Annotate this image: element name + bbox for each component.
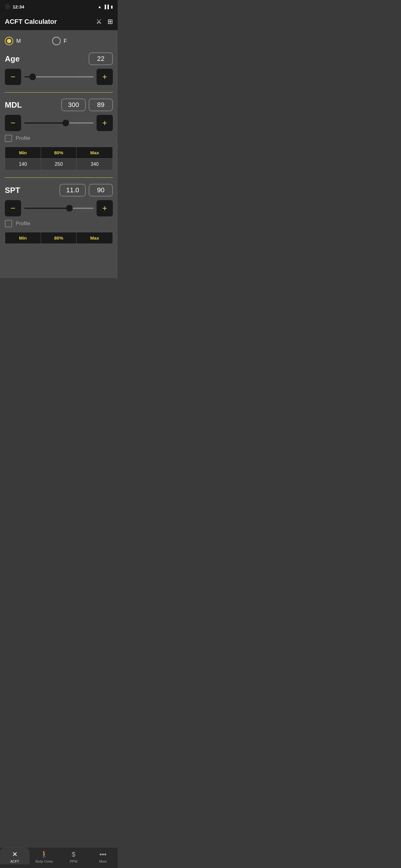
age-minus-button[interactable]: − xyxy=(5,69,21,85)
main-content: M F Age 22 − + MDL 300 89 xyxy=(0,30,118,278)
status-time: 12:34 xyxy=(13,4,24,9)
mdl-header-80: 80% xyxy=(41,147,77,158)
mdl-slider-thumb xyxy=(62,120,69,126)
spt-table-header: Min 80% Max xyxy=(5,232,113,244)
status-dot xyxy=(5,4,10,9)
status-bar: 12:34 ▲ ▐▐ ▮ xyxy=(0,0,118,13)
spt-minus-button[interactable]: − xyxy=(5,200,21,216)
mdl-slider-row: − + xyxy=(5,115,113,131)
tools-icon[interactable]: ⚔ xyxy=(96,18,102,26)
mdl-plus-button[interactable]: + xyxy=(96,115,113,131)
signal-icon: ▐▐ xyxy=(104,4,109,9)
spt-slider-thumb xyxy=(66,205,73,212)
spt-title: SPT xyxy=(5,186,20,195)
spt-header-max: Max xyxy=(77,232,113,244)
app-title: ACFT Calculator xyxy=(5,18,57,26)
mdl-slider[interactable] xyxy=(24,119,93,127)
spt-profile-row: Profile xyxy=(5,220,113,227)
grid-icon[interactable]: ⊞ xyxy=(107,18,113,26)
age-plus-button[interactable]: + xyxy=(96,69,113,85)
mdl-header-max: Max xyxy=(77,147,113,158)
spt-section: SPT 11.0 90 − + Profile Min 80% Max xyxy=(5,184,113,244)
gender-female-label: F xyxy=(64,38,67,44)
mdl-score-badge: 89 xyxy=(89,98,113,111)
battery-icon: ▮ xyxy=(111,4,113,9)
mdl-profile-checkbox[interactable] xyxy=(5,135,12,142)
gender-male-label: M xyxy=(16,38,21,44)
age-slider-row: − + xyxy=(5,69,113,85)
gender-male-radio-inner xyxy=(7,39,11,43)
age-title: Age xyxy=(5,54,20,64)
mdl-value-max: 340 xyxy=(77,158,113,170)
spt-slider-row: − + xyxy=(5,200,113,216)
gender-female-radio[interactable] xyxy=(52,37,61,45)
mdl-profile-row: Profile xyxy=(5,135,113,142)
mdl-center-value: 300 xyxy=(61,98,86,111)
mdl-slider-track xyxy=(24,122,93,124)
age-slider-track xyxy=(24,76,93,78)
mdl-header: MDL 300 89 xyxy=(5,98,113,111)
spt-header-80: 80% xyxy=(41,232,77,244)
mdl-minus-button[interactable]: − xyxy=(5,115,21,131)
mdl-profile-label: Profile xyxy=(16,135,30,141)
spt-plus-button[interactable]: + xyxy=(96,200,113,216)
age-slider-thumb xyxy=(29,73,36,80)
spt-profile-checkbox[interactable] xyxy=(5,220,12,227)
status-icons: ▲ ▐▐ ▮ xyxy=(98,4,113,9)
mdl-header-min: Min xyxy=(5,147,41,158)
spt-score-table: Min 80% Max xyxy=(5,232,113,244)
toolbar: ACFT Calculator ⚔ ⊞ xyxy=(0,13,118,30)
spt-score-badge: 90 xyxy=(89,184,113,196)
gender-female-option[interactable]: F xyxy=(52,37,67,45)
mdl-divider xyxy=(5,178,113,178)
wifi-icon: ▲ xyxy=(98,4,102,9)
age-section: Age 22 − + xyxy=(5,53,113,85)
mdl-section: MDL 300 89 − + Profile Min 80% Max xyxy=(5,98,113,170)
gender-male-option[interactable]: M xyxy=(5,37,21,45)
spt-header: SPT 11.0 90 xyxy=(5,184,113,196)
spt-profile-label: Profile xyxy=(16,221,30,227)
spt-header-min: Min xyxy=(5,232,41,244)
mdl-score-table: Min 80% Max 140 250 340 xyxy=(5,147,113,170)
mdl-value-80: 250 xyxy=(41,158,77,170)
spt-slider-track xyxy=(24,208,93,209)
age-header: Age 22 xyxy=(5,53,113,65)
mdl-value-min: 140 xyxy=(5,158,41,170)
gender-male-radio[interactable] xyxy=(5,37,13,45)
mdl-title: MDL xyxy=(5,100,22,110)
mdl-table-body: 140 250 340 xyxy=(5,158,113,170)
spt-center-value: 11.0 xyxy=(59,184,86,196)
age-divider xyxy=(5,92,113,93)
age-value-badge: 22 xyxy=(89,53,113,65)
toolbar-actions: ⚔ ⊞ xyxy=(96,18,113,26)
mdl-table-header: Min 80% Max xyxy=(5,147,113,158)
gender-selection: M F xyxy=(5,36,113,46)
spt-slider[interactable] xyxy=(24,204,93,213)
